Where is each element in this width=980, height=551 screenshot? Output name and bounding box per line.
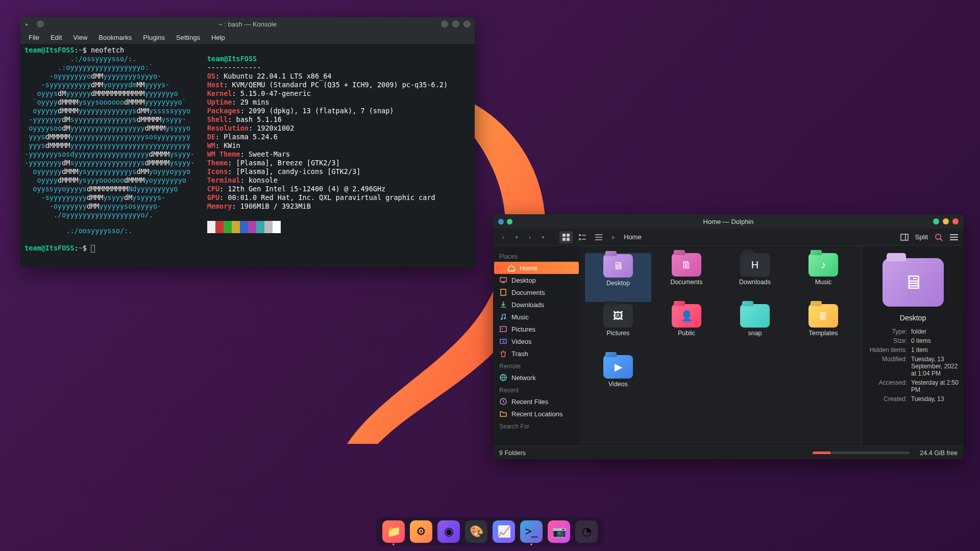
free-space: 24.4 GiB free bbox=[920, 449, 958, 457]
sidebar-item-videos[interactable]: Videos bbox=[493, 335, 580, 347]
konsole-menubar: FileEditViewBookmarksPluginsSettingsHelp bbox=[20, 31, 475, 44]
menu-file[interactable]: File bbox=[23, 32, 44, 43]
panel-toggle-icon[interactable] bbox=[900, 233, 909, 242]
maximize-icon[interactable] bbox=[943, 218, 949, 224]
folder-label: Desktop bbox=[606, 280, 630, 287]
search-icon[interactable] bbox=[934, 233, 943, 242]
folder-icon: 👤 bbox=[672, 304, 701, 328]
sidebar-item-downloads[interactable]: Downloads bbox=[493, 298, 580, 311]
net-icon bbox=[499, 373, 507, 382]
folder-snap[interactable]: snap bbox=[722, 304, 788, 353]
new-tab-icon[interactable]: ▸ bbox=[23, 20, 31, 28]
details-view-button[interactable] bbox=[592, 231, 605, 243]
folder-icon bbox=[499, 410, 507, 418]
back-icon[interactable]: ‹ bbox=[498, 232, 508, 242]
dock-monitor-icon[interactable]: 📈 bbox=[493, 520, 515, 543]
folder-label: Music bbox=[815, 279, 832, 286]
svg-rect-5 bbox=[582, 235, 586, 236]
svg-rect-11 bbox=[901, 234, 908, 240]
sidebar-item-recent-locations[interactable]: Recent Locations bbox=[493, 408, 580, 420]
info-panel: 🖥 Desktop Type:folderSize:0 itemsHidden … bbox=[862, 246, 964, 446]
dock-terminal-icon[interactable]: >_ bbox=[520, 520, 543, 543]
svg-rect-1 bbox=[567, 234, 570, 237]
sidebar-item-recent-files[interactable]: Recent Files bbox=[493, 395, 580, 408]
konsole-title: ~ : bash — Konsole bbox=[218, 20, 277, 28]
home-icon bbox=[507, 264, 516, 272]
split-button[interactable]: Split bbox=[915, 233, 928, 241]
info-row: Created:Tuesday, 13 bbox=[867, 394, 959, 404]
desktop-icon bbox=[499, 276, 507, 284]
folder-templates[interactable]: 🗎Templates bbox=[790, 304, 856, 353]
sidebar-item-desktop[interactable]: Desktop bbox=[493, 274, 580, 286]
folder-public[interactable]: 👤Public bbox=[653, 304, 720, 353]
dolphin-toolbar: ‹ ▾ › ▾ ▸ Home Split bbox=[493, 229, 964, 246]
sidebar-item-trash[interactable]: Trash bbox=[493, 347, 580, 360]
forward-icon[interactable]: › bbox=[525, 232, 535, 242]
folder-music[interactable]: ♪Music bbox=[790, 253, 856, 302]
svg-rect-3 bbox=[567, 238, 570, 241]
sidebar-item-label: Home bbox=[520, 264, 537, 272]
dock-settings-icon[interactable]: ⚙ bbox=[410, 520, 432, 543]
svg-rect-4 bbox=[579, 234, 581, 236]
doc-icon bbox=[499, 288, 507, 296]
svg-rect-20 bbox=[500, 327, 506, 332]
menu-help[interactable]: Help bbox=[206, 32, 230, 43]
info-row: Modified:Tuesday, 13 September, 2022 at … bbox=[867, 355, 959, 378]
tab-dot-icon[interactable] bbox=[37, 20, 44, 28]
dock-clock-icon[interactable]: ◔ bbox=[575, 520, 598, 543]
sidebar-item-documents[interactable]: Documents bbox=[493, 286, 580, 298]
close-icon[interactable] bbox=[952, 218, 959, 224]
menu-view[interactable]: View bbox=[68, 32, 92, 43]
info-row: Accessed:Yesterday at 2:50 PM bbox=[867, 378, 959, 394]
disk-usage-bar bbox=[813, 452, 910, 454]
svg-rect-7 bbox=[582, 239, 586, 240]
breadcrumb-home[interactable]: Home bbox=[624, 233, 642, 241]
folder-videos[interactable]: ▶Videos bbox=[585, 355, 651, 404]
maximize-icon[interactable] bbox=[452, 20, 459, 28]
folder-desktop[interactable]: 🖥Desktop bbox=[585, 253, 651, 302]
dock-files-icon[interactable]: 📁 bbox=[382, 520, 405, 543]
folder-pictures[interactable]: 🖼Pictures bbox=[585, 304, 651, 353]
compact-view-button[interactable] bbox=[576, 231, 589, 243]
terminal-output[interactable]: team@ItsFOSS:~$ neofetch .:/ossyyyysso/:… bbox=[20, 44, 475, 267]
folder-label: Pictures bbox=[606, 330, 629, 337]
dolphin-titlebar[interactable]: Home — Dolphin bbox=[493, 214, 964, 229]
eject-dot-icon[interactable] bbox=[496, 266, 499, 269]
folder-downloads[interactable]: HDownloads bbox=[722, 253, 788, 302]
back-menu-chevron-icon[interactable]: ▾ bbox=[511, 232, 522, 242]
minimize-icon[interactable] bbox=[933, 218, 939, 224]
menu-plugins[interactable]: Plugins bbox=[138, 32, 170, 43]
dock-krita-icon[interactable]: 🎨 bbox=[465, 520, 487, 543]
sidebar-item-label: Videos bbox=[511, 338, 532, 345]
sidebar-item-network[interactable]: Network bbox=[493, 371, 580, 384]
konsole-titlebar[interactable]: ▸ ~ : bash — Konsole bbox=[20, 17, 475, 31]
forward-menu-chevron-icon[interactable]: ▾ bbox=[538, 232, 548, 242]
hamburger-menu-icon[interactable] bbox=[949, 233, 959, 242]
folder-label: Videos bbox=[608, 381, 628, 388]
sidebar-item-pictures[interactable]: Pictures bbox=[493, 323, 580, 335]
sidebar-item-label: Downloads bbox=[511, 301, 544, 309]
dock-media-icon[interactable]: ◉ bbox=[437, 520, 460, 543]
sidebar-item-music[interactable]: Music bbox=[493, 311, 580, 323]
menu-edit[interactable]: Edit bbox=[45, 32, 67, 43]
folder-label: Downloads bbox=[739, 279, 771, 286]
folder-grid[interactable]: 🖥Desktop🗎DocumentsHDownloads♪Music🖼Pictu… bbox=[580, 246, 862, 446]
menu-settings[interactable]: Settings bbox=[171, 32, 205, 43]
folder-label: snap bbox=[748, 330, 762, 337]
minimize-icon[interactable] bbox=[441, 20, 448, 28]
icon-view-button[interactable] bbox=[559, 231, 573, 243]
folder-icon: H bbox=[740, 253, 770, 277]
close-icon[interactable] bbox=[463, 20, 471, 28]
folder-documents[interactable]: 🗎Documents bbox=[653, 253, 720, 302]
svg-point-13 bbox=[936, 234, 941, 239]
dock-camera-icon[interactable]: 📷 bbox=[548, 520, 570, 543]
menu-bookmarks[interactable]: Bookmarks bbox=[93, 32, 137, 43]
folder-icon: ♪ bbox=[808, 253, 838, 277]
sidebar-heading: Remote bbox=[493, 360, 580, 371]
dolphin-title: Home — Dolphin bbox=[703, 218, 754, 226]
info-folder-name: Desktop bbox=[867, 314, 959, 322]
info-row: Type:folder bbox=[867, 327, 959, 336]
folder-icon: 🖼 bbox=[603, 304, 633, 328]
sidebar-item-home[interactable]: Home bbox=[494, 262, 579, 274]
sidebar-item-label: Pictures bbox=[511, 325, 535, 333]
